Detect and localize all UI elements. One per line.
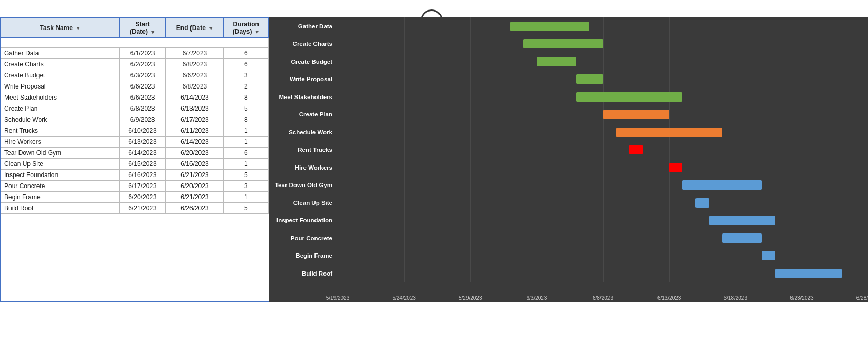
gantt-bar xyxy=(576,74,603,84)
axis-tick: 6/3/2023 xyxy=(526,295,547,301)
col-duration[interactable]: Duration(Days) ▼ xyxy=(224,18,269,38)
gantt-row-bars xyxy=(338,177,868,194)
table-row: Pour Concrete6/17/20236/20/20233 xyxy=(1,180,269,191)
gantt-row-bars xyxy=(338,71,868,89)
gantt-bar xyxy=(576,92,682,102)
spacer-row xyxy=(1,38,269,47)
gantt-row-bars xyxy=(338,123,868,141)
table-row: Inspect Foundation6/16/20236/21/20235 xyxy=(1,169,269,180)
gantt-row-bars xyxy=(338,88,868,106)
table-row: Build Roof6/21/20236/26/20235 xyxy=(1,202,269,213)
gantt-row-bars xyxy=(338,17,868,35)
gantt-row-label: Inspect Foundation xyxy=(269,217,338,223)
gantt-row-bars xyxy=(338,53,868,71)
gantt-row: Build Roof xyxy=(269,265,868,282)
axis-tick: 5/19/2023 xyxy=(326,295,350,301)
gantt-row-label: Pour Concrete xyxy=(269,235,338,241)
table-row: Create Plan6/8/20236/13/20235 xyxy=(1,103,269,114)
axis-tick: 6/28/2023 xyxy=(856,295,868,301)
table-row: Hire Workers6/13/20236/14/20231 xyxy=(1,136,269,147)
gantt-row: Write Proposal xyxy=(269,71,868,89)
table-row: Clean Up Site6/15/20236/16/20231 xyxy=(1,158,269,169)
gantt-bar xyxy=(722,233,762,243)
gantt-bar xyxy=(709,216,776,225)
gantt-row-label: Create Budget xyxy=(269,58,338,65)
gantt-row-label: Write Proposal xyxy=(269,76,338,82)
gantt-row-label: Gather Data xyxy=(269,23,338,30)
gantt-row-label: Create Plan xyxy=(269,111,338,118)
gantt-row-label: Meet Stakeholders xyxy=(269,94,338,100)
gantt-row: Schedule Work xyxy=(269,123,868,141)
col-task-name[interactable]: Task Name ▼ xyxy=(1,18,120,38)
gantt-chart: Gather DataCreate ChartsCreate BudgetWri… xyxy=(269,17,868,302)
gantt-row-bars xyxy=(338,35,868,53)
gantt-row: Create Charts xyxy=(269,35,868,53)
table-header-row: Task Name ▼ Start(Date) ▼ End (Date ▼ Du… xyxy=(1,18,269,38)
gantt-row-label: Begin Frame xyxy=(269,252,338,259)
gantt-row: Create Plan xyxy=(269,106,868,124)
gantt-row-label: Build Roof xyxy=(269,270,338,277)
gantt-row-label: Schedule Work xyxy=(269,129,338,135)
gantt-row: Meet Stakeholders xyxy=(269,88,868,106)
gantt-row-bars xyxy=(338,141,868,159)
task-table: Task Name ▼ Start(Date) ▼ End (Date ▼ Du… xyxy=(1,18,269,214)
gantt-bar xyxy=(762,251,775,260)
gantt-row-bars xyxy=(338,265,868,282)
table-row: Schedule Work6/9/20236/17/20238 xyxy=(1,114,269,125)
gantt-row: Pour Concrete xyxy=(269,229,868,247)
table-row: Meet Stakeholders6/6/20236/14/20238 xyxy=(1,92,269,103)
gantt-bar xyxy=(629,145,643,154)
gantt-row-label: Hire Workers xyxy=(269,164,338,171)
table-row: Begin Frame6/20/20236/21/20231 xyxy=(1,191,269,202)
gantt-row: Create Budget xyxy=(269,53,868,71)
gantt-row-label: Rent Trucks xyxy=(269,147,338,153)
gantt-row-bars xyxy=(338,194,868,212)
gantt-row: Clean Up Site xyxy=(269,194,868,212)
gantt-row: Rent Trucks xyxy=(269,141,868,159)
table-row: Write Proposal6/6/20236/8/20232 xyxy=(1,81,269,92)
col-start[interactable]: Start(Date) ▼ xyxy=(119,18,166,38)
col-end[interactable]: End (Date ▼ xyxy=(166,18,224,38)
gantt-bar xyxy=(603,110,670,119)
axis-tick: 6/18/2023 xyxy=(724,295,748,301)
main-content: Task Name ▼ Start(Date) ▼ End (Date ▼ Du… xyxy=(0,17,868,302)
gantt-bar xyxy=(616,128,722,137)
table-row: Gather Data6/1/20236/7/20236 xyxy=(1,47,269,58)
gantt-bar xyxy=(523,39,603,48)
header xyxy=(0,0,868,8)
axis-tick: 5/24/2023 xyxy=(392,295,416,301)
gantt-bar xyxy=(669,163,682,172)
gantt-row-bars xyxy=(338,212,868,230)
gantt-bar xyxy=(537,57,576,66)
table-row: Rent Trucks6/10/20236/11/20231 xyxy=(1,125,269,136)
gantt-row-bars xyxy=(338,159,868,177)
axis-tick: 5/29/2023 xyxy=(459,295,482,301)
axis-tick: 6/13/2023 xyxy=(657,295,681,301)
gantt-row: Tear Down Old Gym xyxy=(269,177,868,194)
gantt-row-bars xyxy=(338,247,868,265)
gantt-row-bars xyxy=(338,106,868,124)
gantt-row: Inspect Foundation xyxy=(269,212,868,230)
gantt-bar xyxy=(682,180,762,190)
gantt-row-label: Clean Up Site xyxy=(269,200,338,206)
axis-tick: 6/8/2023 xyxy=(593,295,613,301)
gantt-bar xyxy=(510,22,590,31)
gantt-row: Gather Data xyxy=(269,17,868,35)
table-row: Tear Down Old Gym6/14/20236/20/20236 xyxy=(1,147,269,158)
table-row: Create Charts6/2/20236/8/20236 xyxy=(1,58,269,70)
gantt-bar xyxy=(775,269,842,278)
gantt-row: Begin Frame xyxy=(269,247,868,265)
gantt-bar xyxy=(695,198,709,208)
gantt-row-label: Create Charts xyxy=(269,41,338,47)
gantt-row-bars xyxy=(338,229,868,247)
gantt-row: Hire Workers xyxy=(269,159,868,177)
gantt-row-label: Tear Down Old Gym xyxy=(269,182,338,188)
table-row: Create Budget6/3/20236/6/20233 xyxy=(1,70,269,81)
axis-tick: 6/23/2023 xyxy=(790,295,814,301)
task-table-container: Task Name ▼ Start(Date) ▼ End (Date ▼ Du… xyxy=(0,17,269,302)
